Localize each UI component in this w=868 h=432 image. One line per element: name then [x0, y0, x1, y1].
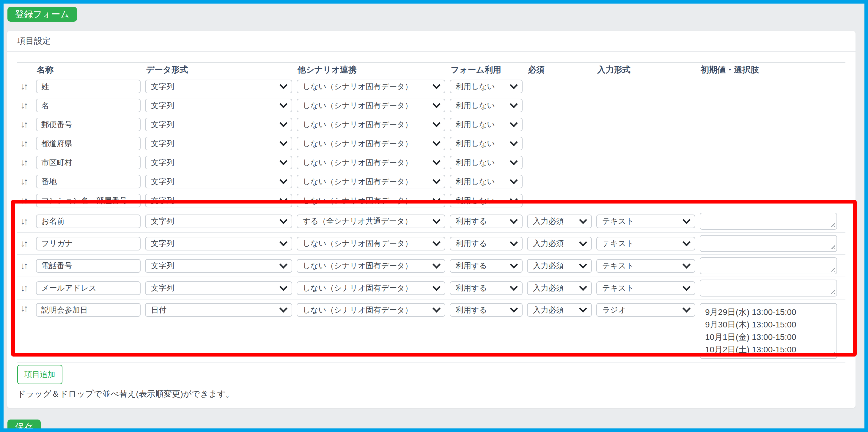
drag-handle-icon[interactable]: ↓↑: [21, 81, 28, 92]
form-use-cell: 利用しない: [450, 156, 523, 169]
drag-handle-icon[interactable]: ↓↑: [21, 216, 28, 227]
name-cell: [36, 259, 141, 273]
required-value: 入力必須: [533, 283, 564, 293]
scenario-link-select[interactable]: しない（シナリオ固有データ）: [297, 175, 445, 188]
field-name-input[interactable]: [36, 281, 141, 295]
field-name-input[interactable]: [36, 137, 141, 150]
form-use-select[interactable]: 利用する: [450, 281, 523, 295]
field-name-input[interactable]: [36, 156, 141, 169]
chevron-down-icon: [279, 119, 287, 127]
input-type-cell: テキスト: [596, 237, 695, 251]
field-name-input[interactable]: [36, 214, 141, 228]
save-button[interactable]: 保存: [7, 420, 41, 432]
input-type-select[interactable]: テキスト: [596, 237, 695, 251]
data-format-select[interactable]: 文字列: [145, 237, 292, 251]
field-name-input[interactable]: [36, 79, 141, 93]
initial-value-textarea[interactable]: [700, 213, 837, 230]
drag-cell: ↓↑: [17, 195, 32, 206]
scenario-link-select[interactable]: しない（シナリオ固有データ）: [297, 156, 445, 169]
field-name-input[interactable]: [36, 194, 141, 207]
table-row: ↓↑ 文字列 しない（シナリオ固有データ） 利用しない: [17, 172, 845, 191]
form-use-select[interactable]: 利用する: [450, 259, 523, 273]
form-use-select[interactable]: 利用しない: [450, 137, 523, 150]
data-format-select[interactable]: 文字列: [145, 99, 292, 112]
scenario-link-select[interactable]: しない（シナリオ固有データ）: [297, 281, 445, 295]
add-item-button[interactable]: 項目追加: [17, 365, 62, 384]
scenario-link-value: しない（シナリオ固有データ）: [303, 305, 412, 315]
form-use-select[interactable]: 利用する: [450, 237, 523, 251]
data-format-select[interactable]: 文字列: [145, 194, 292, 207]
scenario-link-select[interactable]: しない（シナリオ固有データ）: [297, 99, 445, 112]
input-type-value: テキスト: [602, 216, 634, 226]
data-format-value: 文字列: [151, 81, 174, 92]
drag-handle-icon[interactable]: ↓↑: [21, 261, 28, 271]
form-use-cell: 利用する: [450, 237, 523, 251]
initial-value-textarea[interactable]: [700, 303, 837, 359]
form-use-select[interactable]: 利用する: [450, 214, 523, 228]
drag-handle-icon[interactable]: ↓↑: [21, 176, 28, 187]
data-format-select[interactable]: 文字列: [145, 175, 292, 188]
initial-value-textarea[interactable]: [700, 235, 837, 252]
form-use-select[interactable]: 利用する: [450, 303, 523, 317]
required-select[interactable]: 入力必須: [527, 303, 592, 317]
table-row: ↓↑ 文字列 しない（シナリオ固有データ） 利用する 入力必須: [17, 277, 845, 299]
data-format-select[interactable]: 日付: [145, 303, 292, 317]
chevron-down-icon: [683, 261, 690, 269]
scenario-link-select[interactable]: しない（シナリオ固有データ）: [297, 137, 445, 150]
drag-handle-icon[interactable]: ↓↑: [21, 195, 28, 206]
initial-value-textarea[interactable]: [700, 279, 837, 297]
input-type-select[interactable]: テキスト: [596, 259, 695, 273]
drag-handle-icon[interactable]: ↓↑: [21, 303, 28, 314]
drag-handle-icon[interactable]: ↓↑: [21, 138, 28, 149]
input-type-select[interactable]: テキスト: [596, 214, 695, 228]
scenario-link-select[interactable]: しない（シナリオ固有データ）: [297, 79, 445, 93]
field-name-input[interactable]: [36, 237, 141, 251]
scenario-link-select[interactable]: しない（シナリオ固有データ）: [297, 303, 445, 317]
input-type-value: ラジオ: [602, 305, 626, 315]
required-select[interactable]: 入力必須: [527, 214, 592, 228]
data-format-select[interactable]: 文字列: [145, 137, 292, 150]
input-type-select[interactable]: ラジオ: [596, 303, 695, 317]
scenario-link-select[interactable]: する（全シナリオ共通データ）: [297, 214, 445, 228]
column-header: 名称: [36, 64, 141, 75]
scenario-link-cell: しない（シナリオ固有データ）: [297, 303, 445, 317]
input-type-select[interactable]: テキスト: [596, 281, 695, 295]
scenario-link-select[interactable]: しない（シナリオ固有データ）: [297, 259, 445, 273]
form-use-select[interactable]: 利用しない: [450, 99, 523, 112]
form-use-cell: 利用する: [450, 281, 523, 295]
data-format-select[interactable]: 文字列: [145, 79, 292, 93]
scenario-link-select[interactable]: しない（シナリオ固有データ）: [297, 118, 445, 131]
form-use-select[interactable]: 利用しない: [450, 175, 523, 188]
field-name-input[interactable]: [36, 175, 141, 188]
drag-handle-icon[interactable]: ↓↑: [21, 100, 28, 111]
data-format-select[interactable]: 文字列: [145, 118, 292, 131]
required-select[interactable]: 入力必須: [527, 281, 592, 295]
drag-handle-icon[interactable]: ↓↑: [21, 283, 28, 294]
data-format-select[interactable]: 文字列: [145, 156, 292, 169]
drag-cell: ↓↑: [17, 119, 32, 130]
scenario-link-select[interactable]: しない（シナリオ固有データ）: [297, 194, 445, 207]
scenario-link-select[interactable]: しない（シナリオ固有データ）: [297, 237, 445, 251]
data-format-select[interactable]: 文字列: [145, 214, 292, 228]
scenario-link-cell: しない（シナリオ固有データ）: [297, 259, 445, 273]
initial-value-textarea[interactable]: [700, 257, 837, 274]
registration-form-button[interactable]: 登録フォーム: [7, 7, 77, 22]
form-use-select[interactable]: 利用しない: [450, 156, 523, 169]
form-use-select[interactable]: 利用しない: [450, 79, 523, 93]
data-format-cell: 文字列: [145, 156, 292, 169]
drag-handle-icon[interactable]: ↓↑: [21, 157, 28, 168]
field-name-input[interactable]: [36, 99, 141, 112]
field-name-input[interactable]: [36, 259, 141, 273]
drag-handle-icon[interactable]: ↓↑: [21, 238, 28, 249]
required-select[interactable]: 入力必須: [527, 259, 592, 273]
drag-handle-icon[interactable]: ↓↑: [21, 119, 28, 130]
data-format-select[interactable]: 文字列: [145, 281, 292, 295]
field-name-input[interactable]: [36, 118, 141, 131]
scenario-link-cell: しない（シナリオ固有データ）: [297, 194, 445, 207]
form-use-select[interactable]: 利用しない: [450, 194, 523, 207]
data-format-select[interactable]: 文字列: [145, 259, 292, 273]
form-use-cell: 利用しない: [450, 137, 523, 150]
form-use-select[interactable]: 利用しない: [450, 118, 523, 131]
field-name-input[interactable]: [36, 303, 141, 317]
required-select[interactable]: 入力必須: [527, 237, 592, 251]
